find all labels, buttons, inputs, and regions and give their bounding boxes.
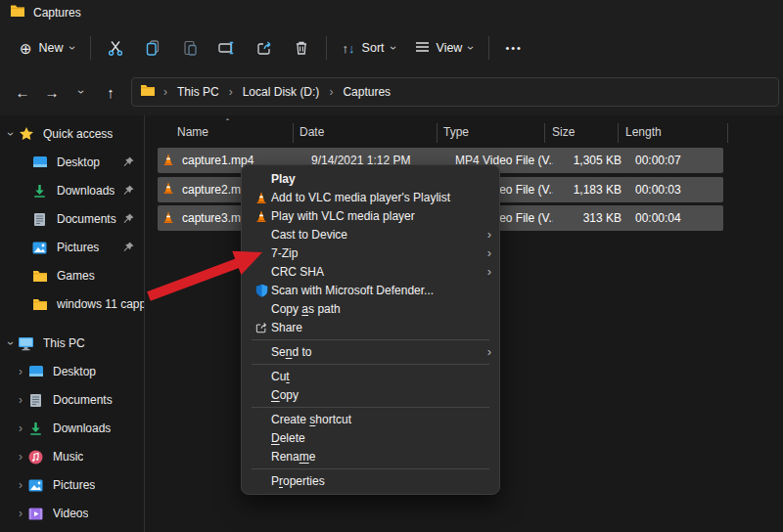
back-button[interactable]: ← bbox=[8, 78, 37, 106]
chevron-right-icon[interactable]: › bbox=[14, 394, 27, 406]
menu-item-label: Share bbox=[271, 322, 491, 333]
chevron-right-icon[interactable]: › bbox=[14, 508, 27, 519]
sidebar-item-windows-11-capptu[interactable]: windows 11 capptu bbox=[0, 291, 145, 317]
sidebar-section-this-pc[interactable]: ›This PC bbox=[0, 331, 145, 356]
chevron-expanded-icon[interactable]: › bbox=[5, 336, 17, 350]
sidebar-item-label: Desktop bbox=[53, 365, 96, 378]
delete-button[interactable] bbox=[283, 31, 320, 65]
column-header-name[interactable]: Name bbox=[177, 125, 208, 139]
copy-button[interactable] bbox=[134, 31, 171, 65]
breadcrumb-item-this-pc[interactable]: This PC bbox=[169, 82, 227, 102]
menu-item-delete[interactable]: Delete bbox=[242, 428, 499, 447]
folder-icon bbox=[140, 83, 156, 101]
breadcrumb-item-local-disk-d[interactable]: Local Disk (D:) bbox=[235, 82, 328, 102]
sidebar-item-desktop[interactable]: ›Desktop bbox=[0, 359, 145, 384]
sidebar-item-label: Documents bbox=[57, 212, 116, 226]
menu-item-cast-to-device[interactable]: Cast to Device› bbox=[242, 225, 499, 244]
menu-separator bbox=[252, 364, 489, 365]
downloads-icon bbox=[31, 183, 48, 200]
sidebar-item-videos[interactable]: ›Videos bbox=[0, 501, 145, 526]
folder-icon bbox=[31, 268, 48, 285]
menu-item-properties[interactable]: Properties bbox=[242, 471, 499, 490]
cut-button[interactable] bbox=[97, 31, 134, 65]
menu-item-cut[interactable]: Cut bbox=[242, 367, 499, 385]
arrow-right-icon: → bbox=[45, 84, 60, 101]
menu-item-copy[interactable]: Copy bbox=[242, 385, 499, 404]
file-length: 00:00:07 bbox=[635, 154, 714, 167]
more-options-button[interactable]: ••• bbox=[495, 36, 532, 60]
sidebar-item-documents[interactable]: Documents bbox=[0, 206, 145, 232]
sidebar-item-label: Games bbox=[57, 269, 95, 283]
menu-icon-slot bbox=[252, 245, 271, 260]
desktop-icon bbox=[31, 155, 48, 171]
menu-item-7-zip[interactable]: 7-Zip› bbox=[242, 244, 499, 262]
sidebar-item-desktop[interactable]: Desktop bbox=[0, 150, 145, 175]
chevron-right-icon[interactable]: › bbox=[14, 479, 27, 491]
folder-icon bbox=[31, 296, 48, 313]
up-button[interactable]: ↑ bbox=[96, 78, 125, 106]
star-icon bbox=[18, 126, 34, 143]
sidebar-item-downloads[interactable]: ›Downloads bbox=[0, 416, 145, 441]
sidebar-item-label: Pictures bbox=[57, 241, 99, 254]
sidebar-item-documents[interactable]: ›Documents bbox=[0, 387, 145, 413]
folder-icon bbox=[10, 4, 25, 22]
menu-item-share[interactable]: Share bbox=[242, 318, 499, 336]
column-divider[interactable] bbox=[727, 123, 728, 143]
window-title: Captures bbox=[33, 6, 81, 20]
menu-item-copy-as-path[interactable]: Copy as path bbox=[242, 299, 499, 318]
defender-shield-icon bbox=[252, 283, 271, 297]
breadcrumb[interactable]: ›This PC›Local Disk (D:)›Captures bbox=[131, 77, 779, 107]
menu-item-scan-with-microsoft-defender[interactable]: Scan with Microsoft Defender... bbox=[242, 281, 499, 299]
file-size: 1,305 KB bbox=[551, 154, 622, 167]
column-divider[interactable] bbox=[618, 123, 619, 143]
pin-icon bbox=[122, 155, 135, 168]
menu-item-play-with-vlc-media-player[interactable]: Play with VLC media player bbox=[242, 206, 499, 225]
menu-item-create-shortcut[interactable]: Create shortcut bbox=[242, 410, 499, 428]
recent-locations-button[interactable]: › bbox=[67, 78, 96, 106]
column-divider[interactable] bbox=[437, 123, 438, 143]
column-divider[interactable] bbox=[293, 123, 294, 143]
menu-item-label: Copy bbox=[271, 389, 491, 401]
column-header-row: NameˆDateTypeSizeLength bbox=[146, 119, 783, 147]
forward-button[interactable]: → bbox=[37, 78, 67, 106]
menu-item-add-to-vlc-media-player-s-playlist[interactable]: Add to VLC media player's Playlist bbox=[242, 188, 499, 206]
column-header-date[interactable]: Date bbox=[299, 125, 324, 139]
menu-item-label: Play with VLC media player bbox=[271, 210, 491, 222]
sidebar-item-pictures[interactable]: ›Pictures bbox=[0, 472, 145, 498]
menu-item-label: Scan with Microsoft Defender... bbox=[271, 285, 491, 296]
sidebar-item-downloads[interactable]: Downloads bbox=[0, 178, 145, 203]
rename-button[interactable] bbox=[208, 31, 246, 65]
menu-item-label: Create shortcut bbox=[271, 414, 491, 425]
sidebar-item-music[interactable]: ›Music bbox=[0, 444, 145, 469]
menu-item-crc-sha[interactable]: CRC SHA› bbox=[242, 262, 499, 281]
new-button[interactable]: ⊕ New › bbox=[10, 35, 84, 62]
paste-button[interactable] bbox=[171, 31, 208, 65]
sidebar-item-games[interactable]: Games bbox=[0, 263, 145, 288]
chevron-expanded-icon[interactable]: › bbox=[5, 127, 17, 141]
column-header-size[interactable]: Size bbox=[552, 125, 575, 139]
column-divider[interactable] bbox=[544, 123, 545, 143]
column-header-type[interactable]: Type bbox=[443, 125, 469, 139]
breadcrumb-item-captures[interactable]: Captures bbox=[335, 82, 398, 102]
chevron-right-icon[interactable]: › bbox=[14, 366, 27, 377]
desktop-icon bbox=[27, 364, 44, 380]
sidebar-section-quick-access[interactable]: ›Quick access bbox=[0, 121, 145, 147]
menu-item-play[interactable]: Play bbox=[242, 169, 499, 188]
view-button[interactable]: View › bbox=[405, 35, 484, 62]
menu-item-send-to[interactable]: Send to› bbox=[242, 342, 499, 361]
menu-item-rename[interactable]: Rename bbox=[242, 447, 499, 466]
share-button[interactable] bbox=[246, 31, 283, 65]
sort-button-label: Sort bbox=[362, 41, 385, 55]
sort-button[interactable]: ↑↓ Sort › bbox=[333, 35, 405, 62]
pin-icon bbox=[122, 184, 135, 197]
toolbar-divider bbox=[90, 36, 91, 60]
column-header-length[interactable]: Length bbox=[625, 125, 662, 139]
pin-icon bbox=[122, 241, 135, 253]
menu-icon-slot bbox=[252, 473, 271, 488]
chevron-right-icon[interactable]: › bbox=[14, 422, 27, 434]
chevron-right-icon[interactable]: › bbox=[14, 451, 27, 463]
menu-icon-slot bbox=[252, 430, 271, 445]
sidebar-item-pictures[interactable]: Pictures bbox=[0, 235, 145, 260]
sort-ascending-icon: ˆ bbox=[226, 117, 229, 127]
music-icon bbox=[27, 449, 44, 466]
